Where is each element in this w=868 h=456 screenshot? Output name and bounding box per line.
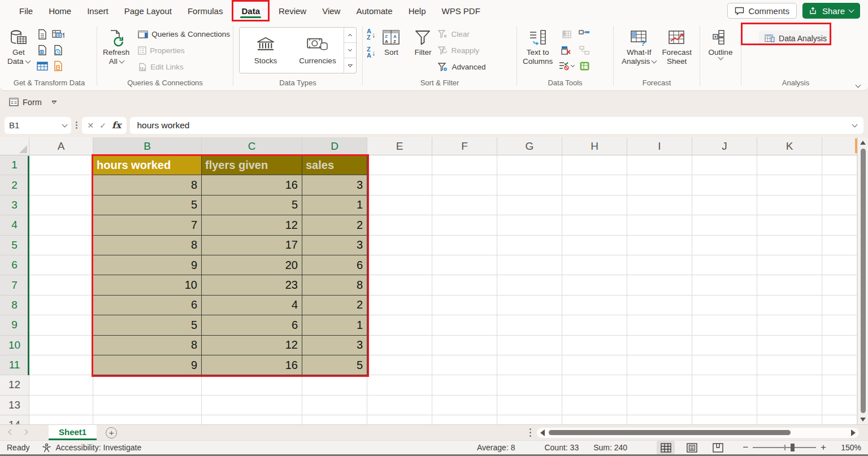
what-if-analysis-button[interactable]: ? What-If Analysis: [619, 26, 659, 68]
column-header-I[interactable]: I: [627, 137, 692, 155]
cell-E14[interactable]: [367, 415, 432, 424]
cell-end4[interactable]: [822, 215, 857, 235]
cell-A14[interactable]: [29, 415, 93, 424]
cell-G9[interactable]: [497, 315, 562, 335]
cell-H11[interactable]: [562, 355, 627, 375]
cell-G13[interactable]: [497, 396, 562, 415]
form-button[interactable]: Form: [9, 98, 42, 107]
cell-B7[interactable]: 10: [93, 275, 202, 295]
next-sheet-icon[interactable]: [23, 429, 28, 435]
sort-descending-button[interactable]: ZA↓: [367, 46, 375, 59]
row-header-6[interactable]: 6: [0, 255, 29, 275]
cell-C6[interactable]: 20: [202, 255, 302, 275]
cell-end11[interactable]: [822, 355, 857, 375]
menu-tab-wps-pdf[interactable]: WPS PDF: [434, 0, 488, 21]
share-dropdown-icon[interactable]: [849, 7, 854, 13]
zoom-in-button[interactable]: +: [821, 442, 826, 453]
confirm-entry-icon[interactable]: ✓: [99, 121, 106, 130]
data-validation-button[interactable]: [558, 59, 575, 73]
cell-B11[interactable]: 9: [93, 355, 202, 375]
cell-K5[interactable]: [757, 236, 822, 255]
cell-A7[interactable]: [29, 275, 93, 295]
row-header-10[interactable]: 10: [0, 336, 29, 355]
sort-button[interactable]: ZAAZ Sort: [379, 26, 403, 59]
cell-K3[interactable]: [757, 196, 822, 215]
cell-F13[interactable]: [432, 396, 497, 415]
cell-A13[interactable]: [29, 396, 93, 415]
cell-K12[interactable]: [757, 375, 822, 395]
cell-I7[interactable]: [627, 275, 692, 295]
cell-D7[interactable]: 8: [302, 275, 367, 295]
cell-A11[interactable]: [29, 355, 93, 375]
cell-H3[interactable]: [562, 196, 627, 215]
column-header-partial[interactable]: [822, 137, 857, 155]
cell-C14[interactable]: [202, 415, 302, 424]
cell-B12[interactable]: [93, 375, 202, 395]
cell-K10[interactable]: [757, 336, 822, 355]
cell-D5[interactable]: 3: [302, 236, 367, 255]
cell-E9[interactable]: [367, 315, 432, 335]
row-header-8[interactable]: 8: [0, 296, 29, 315]
cell-K4[interactable]: [757, 215, 822, 235]
column-header-A[interactable]: A: [29, 137, 93, 155]
cell-E1[interactable]: [367, 155, 432, 175]
menu-tab-page-layout[interactable]: Page Layout: [116, 0, 180, 21]
cell-I13[interactable]: [627, 396, 692, 415]
cell-J13[interactable]: [692, 396, 757, 415]
column-header-G[interactable]: G: [497, 137, 562, 155]
cell-A10[interactable]: [29, 336, 93, 355]
refresh-all-button[interactable]: Refresh All: [100, 26, 132, 68]
cell-J10[interactable]: [692, 336, 757, 355]
cell-J8[interactable]: [692, 296, 757, 315]
cell-end10[interactable]: [822, 336, 857, 355]
cell-K13[interactable]: [757, 396, 822, 415]
cell-G12[interactable]: [497, 375, 562, 395]
cell-E2[interactable]: [367, 175, 432, 195]
recent-sources-button[interactable]: [51, 43, 66, 58]
cell-C13[interactable]: [202, 396, 302, 415]
prev-sheet-icon[interactable]: [8, 429, 14, 435]
cell-E6[interactable]: [367, 255, 432, 275]
cell-B8[interactable]: 6: [93, 296, 202, 315]
cell-J1[interactable]: [692, 155, 757, 175]
cell-C3[interactable]: 5: [202, 196, 302, 215]
row-header-13[interactable]: 13: [0, 396, 29, 415]
cell-J11[interactable]: [692, 355, 757, 375]
cell-A5[interactable]: [29, 236, 93, 255]
cell-F6[interactable]: [432, 255, 497, 275]
cell-B3[interactable]: 5: [93, 196, 202, 215]
cell-J5[interactable]: [692, 236, 757, 255]
page-break-preview-button[interactable]: [709, 441, 727, 454]
cell-end14[interactable]: [822, 415, 857, 424]
cell-C9[interactable]: 6: [202, 315, 302, 335]
cell-B9[interactable]: 5: [93, 315, 202, 335]
stocks-button[interactable]: Stocks: [240, 28, 292, 73]
row-header-4[interactable]: 4: [0, 215, 29, 235]
gallery-more-button[interactable]: [344, 58, 356, 73]
cell-I3[interactable]: [627, 196, 692, 215]
cell-A8[interactable]: [29, 296, 93, 315]
cell-B10[interactable]: 8: [93, 336, 202, 355]
cell-E13[interactable]: [367, 396, 432, 415]
formula-bar-handle[interactable]: [75, 121, 79, 129]
scroll-down-icon[interactable]: [858, 414, 868, 424]
from-text-csv-button[interactable]: [35, 27, 50, 42]
properties-button[interactable]: Properties: [136, 44, 232, 58]
scroll-up-icon[interactable]: [858, 137, 868, 147]
page-layout-view-button[interactable]: [683, 441, 701, 454]
cell-end8[interactable]: [822, 296, 857, 315]
formula-input[interactable]: hours worked: [130, 117, 863, 134]
edit-links-button[interactable]: Edit Links: [136, 60, 232, 74]
cell-end2[interactable]: [822, 175, 857, 195]
cell-G14[interactable]: [497, 415, 562, 424]
cell-K9[interactable]: [757, 315, 822, 335]
cell-H12[interactable]: [562, 375, 627, 395]
flash-fill-button[interactable]: [558, 27, 575, 42]
cell-A1[interactable]: [29, 155, 93, 175]
cell-J4[interactable]: [692, 215, 757, 235]
select-all-button[interactable]: [0, 137, 29, 155]
cell-F2[interactable]: [432, 175, 497, 195]
insert-function-icon[interactable]: fx: [112, 120, 121, 131]
manage-data-model-button[interactable]: [576, 59, 593, 73]
cell-H14[interactable]: [562, 415, 627, 424]
